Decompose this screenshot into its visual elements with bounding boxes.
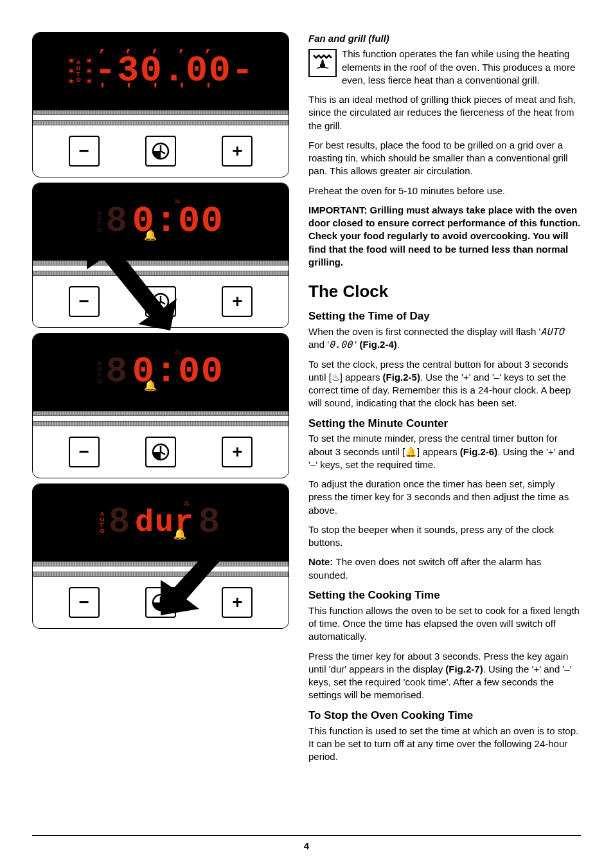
text-column: Fan and grill (full) This function opera… — [308, 32, 581, 770]
figure-ref: (Fig.2-7) — [445, 664, 483, 674]
clock-display: A U T O 8 ♨ 0:00 🔔 — [33, 183, 289, 260]
paragraph: Preheat the oven for 5-10 minutes before… — [308, 185, 581, 197]
sun-icon: ✶✶✶ — [67, 56, 73, 87]
heading-minute-counter: Setting the Minute Counter — [308, 417, 581, 431]
paragraph: This function is used to set the time at… — [308, 725, 581, 764]
heading-time-of-day: Setting the Time of Day — [308, 309, 581, 324]
paragraph: This is an ideal method of grilling thic… — [308, 93, 581, 132]
important-note: IMPORTANT: Grilling must always take pla… — [308, 204, 581, 269]
heading-clock: The Clock — [308, 280, 581, 303]
cooking-pot-icon: ♨ — [184, 498, 190, 507]
minus-button[interactable]: − — [69, 136, 100, 167]
clock-display: A U T O 8 ♨ dur 🔔 8 — [33, 484, 289, 561]
figure-2-6: Fig.2-6 A U T O 8 ♨ 0:00 🔔 — [32, 333, 289, 478]
body-text: ] appears — [340, 372, 383, 383]
cooking-pot-icon: ♨ — [332, 372, 340, 383]
clock-icon — [151, 141, 170, 161]
cooking-pot-icon: ♨ — [175, 196, 181, 205]
auto-indicator-faded: A U T O — [97, 210, 102, 233]
bell-icon: 🔔 — [144, 380, 158, 394]
bell-icon-faded: 🔔 — [173, 529, 188, 543]
paragraph: This function operates the fan while usi… — [308, 48, 581, 87]
clock-display: ✶✶✶ A U T O ✶✶✶ ,,,,, -30.00- ''''' — [33, 33, 289, 110]
bell-icon: 🔔 — [405, 446, 417, 457]
paragraph: For best results, place the food to be g… — [308, 139, 581, 178]
heading-stop-oven: To Stop the Oven Cooking Time — [308, 709, 581, 723]
figure-2-7: Fig.2-7 A U T O 8 ♨ dur 🔔 8 — [32, 484, 289, 629]
heading-cooking-time: Setting the Cooking Time — [308, 588, 581, 603]
body-text: When the oven is first connected the dis… — [308, 326, 540, 337]
body-text: ' — [352, 339, 359, 350]
figure-ref: (Fig.2-6) — [460, 446, 497, 457]
minus-button[interactable]: − — [69, 587, 100, 618]
clock-display: A U T O 8 ♨ 0:00 🔔 — [33, 334, 289, 411]
timer-button[interactable] — [145, 587, 176, 618]
figure-ref: (Fig.2-4) — [359, 339, 396, 350]
figure-2-5: Fig.2-5 A U T O 8 ♨ 0:00 🔔 — [32, 183, 289, 328]
inline-display-text: AUTO — [540, 326, 564, 338]
sun-icon: ✶✶✶ — [85, 56, 91, 87]
heading-fan-grill: Fan and grill (full) — [308, 32, 581, 45]
inline-display-text: 0.00 — [329, 339, 352, 350]
figure-2-4: Fig.2-4 ✶✶✶ A U T O ✶✶✶ ,,,,, -30.00- ''… — [32, 32, 289, 177]
note-lead: Note: — [308, 556, 336, 567]
figures-column: Fig.2-4 ✶✶✶ A U T O ✶✶✶ ,,,,, -30.00- ''… — [32, 32, 289, 770]
body-text: This function operates the fan while usi… — [342, 48, 575, 86]
auto-indicator: A U T O — [100, 511, 105, 534]
page-number: 4 — [32, 835, 581, 853]
paragraph: To set the clock, press the central butt… — [308, 358, 581, 410]
paragraph: To adjust the duration once the timer ha… — [308, 478, 581, 517]
note: Note: The oven does not switch off after… — [308, 556, 581, 582]
important-lead: IMPORTANT: — [308, 204, 370, 215]
clock-icon — [151, 593, 170, 612]
clock-icon — [151, 292, 170, 311]
fan-grill-icon — [308, 49, 337, 77]
auto-indicator: A U T O — [76, 60, 81, 83]
timer-button[interactable] — [145, 136, 176, 167]
paragraph: This function allows the oven to be set … — [308, 604, 581, 644]
display-digit-faded: 8 — [109, 498, 132, 547]
minus-button[interactable]: − — [69, 437, 100, 467]
body-text: . — [397, 339, 400, 350]
plus-button[interactable]: + — [222, 437, 253, 467]
plus-button[interactable]: + — [222, 136, 253, 167]
minus-button[interactable]: − — [69, 286, 100, 317]
display-digit-faded: 8 — [105, 197, 129, 246]
display-digit-faded: 8 — [199, 498, 222, 547]
paragraph: To set the minute minder, press the cent… — [308, 432, 581, 471]
display-digit-faded: 8 — [105, 348, 129, 397]
bell-icon-faded: 🔔 — [144, 230, 158, 244]
timer-button[interactable] — [145, 286, 176, 317]
plus-button[interactable]: + — [222, 286, 253, 317]
paragraph: To stop the beeper when it sounds, press… — [308, 523, 581, 550]
cooking-pot-icon-faded: ♨ — [175, 347, 181, 356]
paragraph: When the oven is first connected the dis… — [308, 325, 581, 352]
auto-indicator-faded: A U T O — [97, 361, 102, 384]
paragraph: Press the timer key for about 3 seconds.… — [308, 650, 581, 702]
plus-button[interactable]: + — [222, 587, 253, 618]
timer-button[interactable] — [145, 437, 176, 467]
clock-icon — [151, 442, 170, 462]
note-body: The oven does not switch off after the a… — [308, 556, 541, 580]
body-text: ] appears — [417, 446, 460, 457]
figure-ref: (Fig.2-5) — [383, 372, 420, 383]
